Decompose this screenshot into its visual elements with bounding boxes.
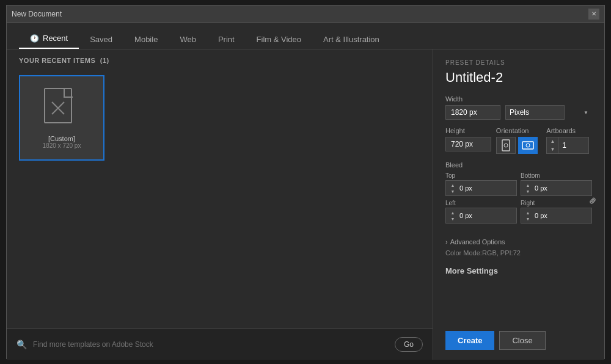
recent-item-card[interactable]: [Custom] 1820 x 720 px <box>19 75 104 161</box>
artboards-col: Artboards ▲ ▼ 1 <box>546 127 592 154</box>
title-bar: New Document ✕ <box>7 5 604 23</box>
bleed-grid: Top ▲ ▼ 0 px Bottom <box>445 172 592 224</box>
tab-web-label: Web <box>180 35 196 44</box>
height-orient-row: Height Orientation <box>445 127 592 154</box>
card-label: [Custom] <box>48 135 75 142</box>
document-icon <box>42 87 81 131</box>
tab-recent[interactable]: 🕐 Recent <box>19 29 79 49</box>
card-sublabel: 1820 x 720 px <box>43 142 81 149</box>
new-document-window: New Document ✕ 🕐 Recent Saved Mobile Web… <box>6 5 605 359</box>
recent-grid: [Custom] 1820 x 720 px <box>7 69 433 328</box>
main-layout: YOUR RECENT ITEMS (1) <box>7 49 604 360</box>
artboards-value: 1 <box>558 141 570 150</box>
preset-title: Untitled-2 <box>445 70 592 86</box>
chevron-right-icon: › <box>445 238 448 246</box>
bleed-bottom-value: 0 px <box>535 184 547 192</box>
more-settings-toggle[interactable]: More Settings <box>445 266 592 275</box>
bleed-right-field: Right ▲ ▼ 0 px <box>521 200 592 224</box>
clock-icon: 🕐 <box>30 34 39 43</box>
create-button[interactable]: Create <box>445 331 494 350</box>
tab-film[interactable]: Film & Video <box>246 30 312 49</box>
width-row: Pixels Inches Centimeters Millimeters Po… <box>445 105 592 120</box>
height-col: Height <box>445 127 491 154</box>
svg-rect-0 <box>45 89 71 123</box>
bleed-right-up[interactable]: ▲ <box>524 209 532 216</box>
unit-select-wrap: Pixels Inches Centimeters Millimeters Po… <box>505 105 592 120</box>
bleed-bottom-label: Bottom <box>521 172 592 179</box>
tab-art-label: Art & Illustration <box>323 35 379 44</box>
tab-art[interactable]: Art & Illustration <box>312 30 390 49</box>
bleed-right-stepper: ▲ ▼ <box>524 209 532 222</box>
svg-point-4 <box>504 144 508 147</box>
tab-print[interactable]: Print <box>207 30 246 49</box>
bleed-top-stepper: ▲ ▼ <box>448 182 457 194</box>
bleed-top-label: Top <box>445 172 517 179</box>
bleed-bottom-down[interactable]: ▼ <box>524 188 532 194</box>
height-input[interactable] <box>445 137 491 151</box>
search-bar: 🔍 Go <box>7 328 433 360</box>
artboards-stepper: ▲ ▼ 1 <box>546 137 589 154</box>
bleed-right-value: 0 px <box>535 212 547 219</box>
bleed-top-up[interactable]: ▲ <box>448 182 457 188</box>
unit-select[interactable]: Pixels Inches Centimeters Millimeters Po… <box>505 105 565 120</box>
tab-saved[interactable]: Saved <box>79 30 123 49</box>
bleed-left-value: 0 px <box>459 212 472 219</box>
svg-point-6 <box>526 144 530 147</box>
artboards-label: Artboards <box>546 127 592 134</box>
tab-print-label: Print <box>218 35 235 44</box>
svg-rect-3 <box>502 140 510 151</box>
orientation-col: Orientation <box>496 127 542 154</box>
tab-recent-label: Recent <box>43 34 68 43</box>
bleed-right-down[interactable]: ▼ <box>524 216 532 222</box>
tab-mobile[interactable]: Mobile <box>123 30 169 49</box>
orientation-label: Orientation <box>496 127 542 134</box>
landscape-button[interactable] <box>518 137 538 154</box>
bleed-top-input-wrap: ▲ ▼ 0 px <box>445 180 517 196</box>
left-panel: YOUR RECENT ITEMS (1) <box>7 49 433 360</box>
search-go-button[interactable]: Go <box>395 337 423 352</box>
bleed-bottom-stepper: ▲ ▼ <box>524 182 532 194</box>
bleed-right-label: Right <box>521 200 592 206</box>
bleed-left-input-wrap: ▲ ▼ 0 px <box>445 208 517 224</box>
close-window-button[interactable]: ✕ <box>588 9 599 20</box>
width-label: Width <box>445 95 592 103</box>
window-title: New Document <box>12 10 62 18</box>
bleed-bottom-up[interactable]: ▲ <box>524 182 532 188</box>
bleed-top-field: Top ▲ ▼ 0 px <box>445 172 517 196</box>
search-icon: 🔍 <box>16 340 27 349</box>
portrait-button[interactable] <box>496 137 516 154</box>
right-panel: PRESET DETAILS Untitled-2 Width Pixels I… <box>433 49 604 360</box>
tab-saved-label: Saved <box>90 35 112 44</box>
bleed-right-input-wrap: ▲ ▼ 0 px <box>521 208 592 224</box>
action-buttons: Create Close <box>445 321 592 350</box>
preset-details-label: PRESET DETAILS <box>445 59 592 66</box>
bleed-left-stepper: ▲ ▼ <box>448 209 457 222</box>
bleed-left-label: Left <box>445 200 517 206</box>
recent-section-label: YOUR RECENT ITEMS (1) <box>7 49 433 69</box>
orientation-group <box>496 137 542 154</box>
bleed-label: Bleed <box>445 161 592 169</box>
artboards-decrement-button[interactable]: ▼ <box>547 145 558 153</box>
tab-film-label: Film & Video <box>257 35 301 44</box>
bleed-top-down[interactable]: ▼ <box>448 188 457 194</box>
artboards-increment-button[interactable]: ▲ <box>547 137 558 145</box>
advanced-options-toggle[interactable]: › Advanced Options <box>445 238 592 246</box>
bleed-left-down[interactable]: ▼ <box>448 216 457 222</box>
bleed-left-field: Left ▲ ▼ 0 px <box>445 200 517 224</box>
width-input[interactable] <box>445 105 500 120</box>
close-button[interactable]: Close <box>499 331 545 350</box>
svg-rect-5 <box>522 142 533 149</box>
bleed-bottom-field: Bottom ▲ ▼ 0 px <box>521 172 592 196</box>
stepper-buttons: ▲ ▼ <box>547 137 558 153</box>
bleed-top-value: 0 px <box>459 184 472 192</box>
tab-web[interactable]: Web <box>169 30 207 49</box>
color-mode-info: Color Mode:RGB, PPI:72 <box>445 249 592 257</box>
height-label: Height <box>445 127 491 134</box>
link-bleed-button[interactable] <box>587 195 598 208</box>
search-input[interactable] <box>33 340 389 349</box>
bleed-left-up[interactable]: ▲ <box>448 209 457 216</box>
tab-mobile-label: Mobile <box>134 35 158 44</box>
tab-bar: 🕐 Recent Saved Mobile Web Print Film & V… <box>7 23 604 49</box>
bleed-bottom-input-wrap: ▲ ▼ 0 px <box>521 180 592 196</box>
